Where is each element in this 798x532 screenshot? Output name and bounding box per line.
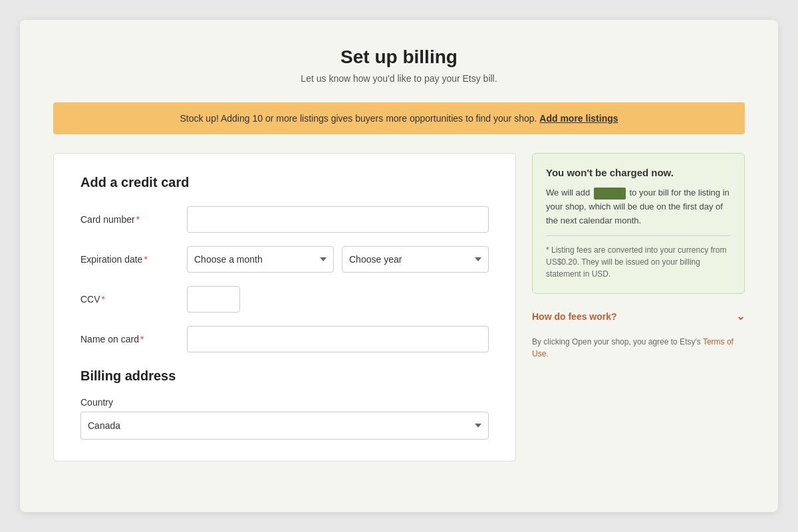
banner-text: Stock up! Adding 10 or more listings giv…: [180, 113, 537, 124]
card-number-input[interactable]: [187, 206, 489, 233]
expiration-group: Expiration date* Choose a month JanuaryF…: [80, 246, 489, 273]
expiry-row: Choose a month JanuaryFebruaryMarchApril…: [187, 246, 489, 273]
fees-link-label: How do fees work?: [532, 311, 617, 322]
name-label: Name on card*: [80, 334, 187, 344]
year-select[interactable]: Choose year 2024202520262027202820292030: [342, 246, 489, 273]
name-group: Name on card*: [80, 326, 489, 352]
add-listings-link[interactable]: Add more listings: [539, 113, 618, 124]
terms-prefix: By clicking Open your shop, you agree to…: [532, 337, 701, 346]
required-star-name: *: [140, 334, 144, 344]
main-layout: Add a credit card Card number* Expiratio…: [53, 153, 745, 462]
info-box-title: You won't be charged now.: [546, 167, 731, 178]
terms-text: By clicking Open your shop, you agree to…: [532, 336, 745, 360]
desc-start: We will add: [546, 188, 590, 198]
page-container: Set up billing Let us know how you'd lik…: [20, 20, 778, 512]
country-group: Country Canada: [80, 397, 489, 440]
name-input[interactable]: [187, 326, 489, 352]
fees-link[interactable]: How do fees work? ⌄: [532, 305, 745, 328]
info-box: You won't be charged now. We will add to…: [532, 153, 745, 294]
expiration-label: Expiration date*: [80, 254, 187, 265]
fee-note: * Listing fees are converted into your c…: [546, 244, 731, 280]
banner: Stock up! Adding 10 or more listings giv…: [53, 102, 745, 134]
card-number-group: Card number*: [80, 206, 489, 233]
right-panel: You won't be charged now. We will add to…: [532, 153, 745, 360]
ccv-group: CCV*: [80, 286, 489, 313]
month-select[interactable]: Choose a month JanuaryFebruaryMarchApril…: [187, 246, 334, 273]
chevron-down-icon: ⌄: [736, 310, 745, 323]
country-select[interactable]: Canada: [80, 412, 489, 440]
required-star: *: [136, 214, 140, 225]
divider: [546, 235, 731, 236]
page-title: Set up billing: [53, 47, 745, 68]
required-star-ccv: *: [102, 294, 105, 305]
left-panel: Add a credit card Card number* Expiratio…: [53, 153, 516, 462]
country-label: Country: [80, 397, 489, 408]
info-box-description: We will add to your bill for the listing…: [546, 186, 731, 227]
card-number-label: Card number*: [80, 214, 187, 225]
ccv-input[interactable]: [187, 286, 240, 313]
ccv-label: CCV*: [80, 294, 187, 305]
required-star-expiry: *: [144, 254, 147, 265]
credit-card-title: Add a credit card: [80, 175, 489, 190]
page-subtitle: Let us know how you'd like to pay your E…: [53, 73, 745, 84]
redacted-block: [594, 188, 626, 200]
billing-address-title: Billing address: [80, 368, 489, 384]
